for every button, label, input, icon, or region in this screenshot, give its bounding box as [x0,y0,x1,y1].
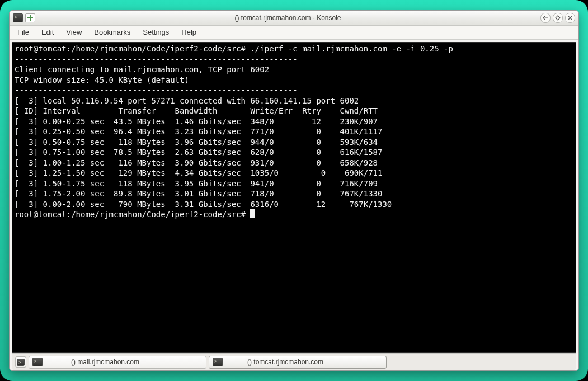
app-icon [13,13,23,22]
tab-label: () mail.rjmcmahon.com [71,358,139,366]
output-row: [ 3] 1.00-1.25 sec 116 MBytes 3.90 Gbits… [15,158,378,167]
cursor [250,209,255,218]
output-row: [ 3] 0.00-2.00 sec 790 MBytes 3.31 Gbits… [15,200,392,209]
output-row: [ 3] 0.00-0.25 sec 43.5 MBytes 1.46 Gbit… [15,117,378,126]
titlebar-right [540,13,575,23]
menu-edit[interactable]: Edit [36,27,59,38]
menu-settings[interactable]: Settings [137,27,175,38]
output-row: [ 3] 1.25-1.50 sec 129 MBytes 4.34 Gbits… [15,168,382,177]
new-tab-icon[interactable] [25,13,35,22]
output-header: [ ID] Interval Transfer Bandwidth Write/… [15,106,378,115]
output-row: [ 3] 0.25-0.50 sec 96.4 MBytes 3.23 Gbit… [15,127,382,136]
command: ./iperf -c mail.rjmcmahon.com -e -i 0.25… [246,44,453,53]
output-line: TCP window size: 45.0 KByte (default) [15,76,189,84]
menu-file[interactable]: File [12,27,35,38]
terminal-icon [213,358,223,366]
output-row: [ 3] 0.50-0.75 sec 118 MBytes 3.96 Gbits… [15,138,378,147]
titlebar-left [13,13,35,22]
tab-tomcat[interactable]: () tomcat.rjmcmahon.com [209,356,387,369]
menubar: File Edit View Bookmarks Settings Help [10,26,578,40]
output-line: Client connecting to mail.rjmcmahon.com,… [15,65,269,74]
output-row: [ 3] 1.75-2.00 sec 89.8 MBytes 3.01 Gbit… [15,189,382,198]
output-row: [ 3] 1.50-1.75 sec 118 MBytes 3.95 Gbits… [15,179,378,188]
terminal-icon [17,359,25,366]
menu-help[interactable]: Help [176,27,202,38]
prompt: root@tomcat:/home/rjmcmahon/Code/iperf2-… [15,210,250,219]
maximize-button[interactable] [553,13,563,23]
terminal-icon [32,358,43,366]
tab-label: () tomcat.rjmcmahon.com [247,358,323,366]
output-line: [ 3] local 50.116.9.54 port 57271 connec… [15,96,359,105]
prompt: root@tomcat:/home/rjmcmahon/Code/iperf2-… [15,44,246,53]
minimize-button[interactable] [540,13,551,23]
new-tab-button[interactable] [15,356,26,368]
menu-view[interactable]: View [60,27,87,38]
titlebar[interactable]: () tomcat.rjmcmahon.com - Konsole [10,11,578,26]
menu-bookmarks[interactable]: Bookmarks [88,27,136,38]
close-button[interactable] [565,13,575,23]
output-line: ----------------------------------------… [15,55,298,64]
output-row: [ 3] 0.75-1.00 sec 78.5 MBytes 2.63 Gbit… [15,148,382,157]
tabbar: () mail.rjmcmahon.com () tomcat.rjmcmaho… [12,353,576,370]
terminal[interactable]: root@tomcat:/home/rjmcmahon/Code/iperf2-… [12,42,576,353]
output-line: ----------------------------------------… [15,86,298,95]
window-title: () tomcat.rjmcmahon.com - Konsole [35,14,540,22]
konsole-window: () tomcat.rjmcmahon.com - Konsole File E… [9,10,579,371]
tab-mail[interactable]: () mail.rjmcmahon.com [29,356,206,369]
